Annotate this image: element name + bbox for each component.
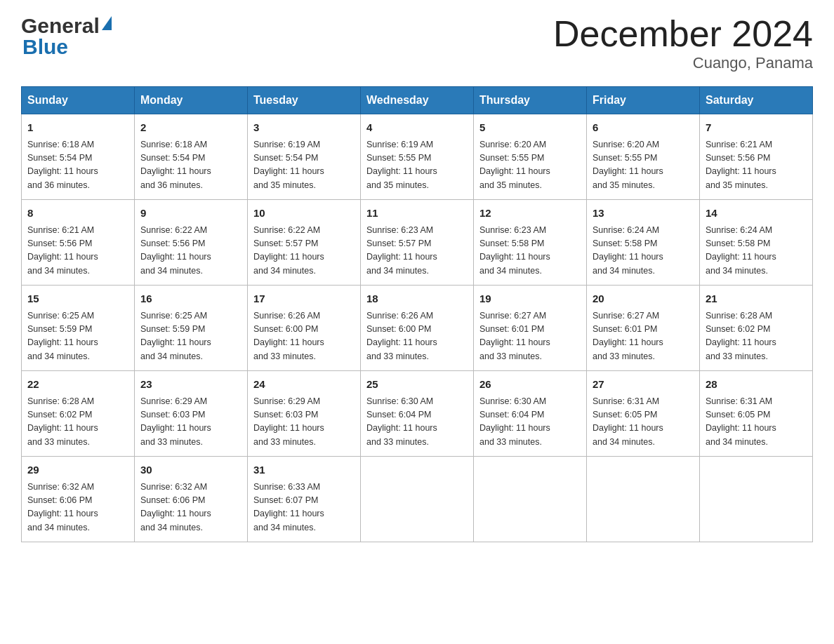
- day-info: Sunrise: 6:29 AMSunset: 6:03 PMDaylight:…: [253, 396, 324, 447]
- day-info: Sunrise: 6:19 AMSunset: 5:54 PMDaylight:…: [253, 140, 324, 190]
- day-number: 17: [253, 291, 355, 307]
- calendar-day-cell: 11 Sunrise: 6:23 AMSunset: 5:57 PMDaylig…: [361, 200, 474, 286]
- day-number: 3: [253, 120, 355, 136]
- calendar-day-cell: 15 Sunrise: 6:25 AMSunset: 5:59 PMDaylig…: [22, 286, 135, 371]
- day-info: Sunrise: 6:25 AMSunset: 5:59 PMDaylight:…: [140, 311, 211, 361]
- day-info: Sunrise: 6:20 AMSunset: 5:55 PMDaylight:…: [479, 140, 550, 190]
- calendar-day-cell: 12 Sunrise: 6:23 AMSunset: 5:58 PMDaylig…: [474, 200, 587, 286]
- day-number: 23: [140, 377, 241, 393]
- calendar-day-cell: 9 Sunrise: 6:22 AMSunset: 5:56 PMDayligh…: [135, 200, 248, 286]
- calendar-day-cell: 21 Sunrise: 6:28 AMSunset: 6:02 PMDaylig…: [700, 286, 813, 371]
- calendar-day-cell: [474, 457, 587, 542]
- day-info: Sunrise: 6:22 AMSunset: 5:57 PMDaylight:…: [253, 225, 324, 276]
- calendar-day-cell: 4 Sunrise: 6:19 AMSunset: 5:55 PMDayligh…: [361, 114, 474, 200]
- day-number: 19: [479, 291, 581, 307]
- page-subtitle: Cuango, Panama: [553, 54, 813, 72]
- calendar-day-cell: 22 Sunrise: 6:28 AMSunset: 6:02 PMDaylig…: [22, 371, 135, 457]
- day-info: Sunrise: 6:32 AMSunset: 6:06 PMDaylight:…: [27, 482, 98, 532]
- calendar-table: SundayMondayTuesdayWednesdayThursdayFrid…: [21, 86, 813, 542]
- calendar-day-cell: 8 Sunrise: 6:21 AMSunset: 5:56 PMDayligh…: [22, 200, 135, 286]
- day-info: Sunrise: 6:18 AMSunset: 5:54 PMDaylight:…: [140, 140, 211, 190]
- day-number: 21: [706, 291, 807, 307]
- calendar-day-cell: 26 Sunrise: 6:30 AMSunset: 6:04 PMDaylig…: [474, 371, 587, 457]
- day-info: Sunrise: 6:33 AMSunset: 6:07 PMDaylight:…: [253, 482, 324, 532]
- calendar-day-header: Tuesday: [248, 87, 361, 114]
- calendar-day-cell: [361, 457, 474, 542]
- day-number: 15: [27, 291, 128, 307]
- calendar-day-cell: 28 Sunrise: 6:31 AMSunset: 6:05 PMDaylig…: [700, 371, 813, 457]
- calendar-week-row: 22 Sunrise: 6:28 AMSunset: 6:02 PMDaylig…: [22, 371, 813, 457]
- day-info: Sunrise: 6:31 AMSunset: 6:05 PMDaylight:…: [593, 396, 663, 447]
- calendar-day-cell: 23 Sunrise: 6:29 AMSunset: 6:03 PMDaylig…: [135, 371, 248, 457]
- calendar-week-row: 15 Sunrise: 6:25 AMSunset: 5:59 PMDaylig…: [22, 286, 813, 371]
- calendar-day-header: Wednesday: [361, 87, 474, 114]
- calendar-day-cell: 2 Sunrise: 6:18 AMSunset: 5:54 PMDayligh…: [135, 114, 248, 200]
- calendar-day-cell: 7 Sunrise: 6:21 AMSunset: 5:56 PMDayligh…: [700, 114, 813, 200]
- day-number: 14: [706, 206, 807, 222]
- calendar-day-cell: 30 Sunrise: 6:32 AMSunset: 6:06 PMDaylig…: [135, 457, 248, 542]
- calendar-day-cell: 24 Sunrise: 6:29 AMSunset: 6:03 PMDaylig…: [248, 371, 361, 457]
- calendar-day-cell: 31 Sunrise: 6:33 AMSunset: 6:07 PMDaylig…: [248, 457, 361, 542]
- calendar-day-cell: 13 Sunrise: 6:24 AMSunset: 5:58 PMDaylig…: [587, 200, 700, 286]
- logo-blue-text: Blue: [21, 35, 112, 59]
- day-info: Sunrise: 6:27 AMSunset: 6:01 PMDaylight:…: [593, 311, 663, 361]
- calendar-day-cell: 29 Sunrise: 6:32 AMSunset: 6:06 PMDaylig…: [22, 457, 135, 542]
- day-info: Sunrise: 6:28 AMSunset: 6:02 PMDaylight:…: [706, 311, 776, 361]
- calendar-day-header: Thursday: [474, 87, 587, 114]
- calendar-day-header: Saturday: [700, 87, 813, 114]
- day-info: Sunrise: 6:22 AMSunset: 5:56 PMDaylight:…: [140, 225, 211, 276]
- logo-general-text: General: [21, 14, 100, 38]
- day-info: Sunrise: 6:31 AMSunset: 6:05 PMDaylight:…: [706, 396, 776, 447]
- calendar-day-cell: 20 Sunrise: 6:27 AMSunset: 6:01 PMDaylig…: [587, 286, 700, 371]
- day-number: 7: [706, 120, 807, 136]
- calendar-week-row: 8 Sunrise: 6:21 AMSunset: 5:56 PMDayligh…: [22, 200, 813, 286]
- page-title: December 2024: [553, 14, 813, 54]
- day-info: Sunrise: 6:27 AMSunset: 6:01 PMDaylight:…: [479, 311, 550, 361]
- calendar-day-cell: 19 Sunrise: 6:27 AMSunset: 6:01 PMDaylig…: [474, 286, 587, 371]
- day-number: 11: [366, 206, 468, 222]
- calendar-week-row: 1 Sunrise: 6:18 AMSunset: 5:54 PMDayligh…: [22, 114, 813, 200]
- day-info: Sunrise: 6:24 AMSunset: 5:58 PMDaylight:…: [706, 225, 776, 276]
- day-number: 22: [27, 377, 128, 393]
- calendar-day-cell: 10 Sunrise: 6:22 AMSunset: 5:57 PMDaylig…: [248, 200, 361, 286]
- day-number: 10: [253, 206, 355, 222]
- calendar-day-cell: 25 Sunrise: 6:30 AMSunset: 6:04 PMDaylig…: [361, 371, 474, 457]
- day-number: 29: [27, 462, 128, 478]
- calendar-day-cell: 17 Sunrise: 6:26 AMSunset: 6:00 PMDaylig…: [248, 286, 361, 371]
- page-header: General Blue December 2024 Cuango, Panam…: [21, 14, 813, 72]
- day-info: Sunrise: 6:25 AMSunset: 5:59 PMDaylight:…: [27, 311, 98, 361]
- day-number: 2: [140, 120, 241, 136]
- day-number: 18: [366, 291, 468, 307]
- calendar-day-cell: [587, 457, 700, 542]
- day-number: 5: [479, 120, 581, 136]
- day-number: 16: [140, 291, 241, 307]
- day-number: 8: [27, 206, 128, 222]
- title-block: December 2024 Cuango, Panama: [553, 14, 813, 72]
- day-info: Sunrise: 6:26 AMSunset: 6:00 PMDaylight:…: [366, 311, 437, 361]
- logo-triangle-icon: [102, 16, 112, 30]
- calendar-day-cell: 16 Sunrise: 6:25 AMSunset: 5:59 PMDaylig…: [135, 286, 248, 371]
- logo: General Blue: [21, 14, 112, 59]
- day-info: Sunrise: 6:23 AMSunset: 5:57 PMDaylight:…: [366, 225, 437, 276]
- day-number: 24: [253, 377, 355, 393]
- calendar-day-header: Monday: [135, 87, 248, 114]
- day-number: 1: [27, 120, 128, 136]
- calendar-day-header: Friday: [587, 87, 700, 114]
- calendar-day-cell: 14 Sunrise: 6:24 AMSunset: 5:58 PMDaylig…: [700, 200, 813, 286]
- day-info: Sunrise: 6:21 AMSunset: 5:56 PMDaylight:…: [27, 225, 98, 276]
- day-info: Sunrise: 6:24 AMSunset: 5:58 PMDaylight:…: [593, 225, 663, 276]
- calendar-week-row: 29 Sunrise: 6:32 AMSunset: 6:06 PMDaylig…: [22, 457, 813, 542]
- calendar-day-cell: 5 Sunrise: 6:20 AMSunset: 5:55 PMDayligh…: [474, 114, 587, 200]
- day-info: Sunrise: 6:28 AMSunset: 6:02 PMDaylight:…: [27, 396, 98, 447]
- day-number: 30: [140, 462, 241, 478]
- day-number: 20: [593, 291, 694, 307]
- day-number: 28: [706, 377, 807, 393]
- day-info: Sunrise: 6:20 AMSunset: 5:55 PMDaylight:…: [593, 140, 663, 190]
- day-number: 25: [366, 377, 468, 393]
- day-info: Sunrise: 6:21 AMSunset: 5:56 PMDaylight:…: [706, 140, 776, 190]
- calendar-day-cell: 3 Sunrise: 6:19 AMSunset: 5:54 PMDayligh…: [248, 114, 361, 200]
- day-number: 13: [593, 206, 694, 222]
- calendar-day-cell: 1 Sunrise: 6:18 AMSunset: 5:54 PMDayligh…: [22, 114, 135, 200]
- calendar-day-cell: 27 Sunrise: 6:31 AMSunset: 6:05 PMDaylig…: [587, 371, 700, 457]
- day-number: 27: [593, 377, 694, 393]
